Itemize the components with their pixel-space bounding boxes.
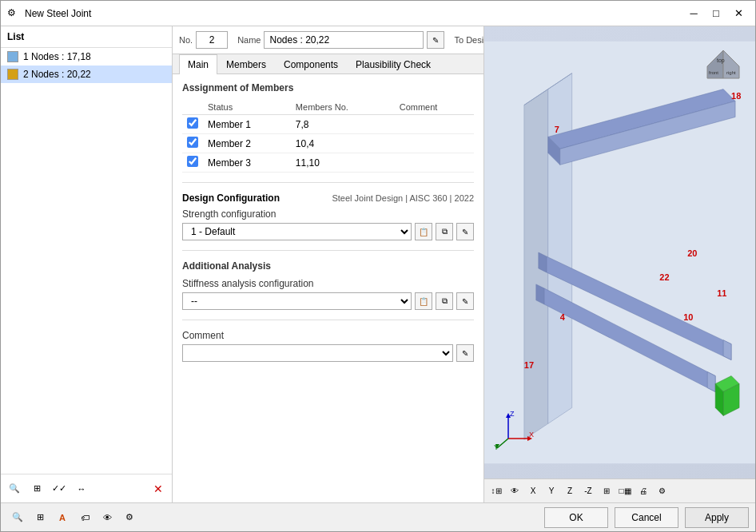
list-item-icon-1 [7,51,18,62]
member2-comment [395,134,474,153]
svg-text:18: 18 [731,91,741,101]
bottom-grid-btn[interactable]: ⊞ [30,507,50,528]
stiffness-copy-btn[interactable]: ⧉ [436,292,453,310]
no-label: No. [179,35,193,45]
name-field-group: Name ✎ [237,31,444,49]
bottom-search-btn[interactable]: 🔍 [7,507,28,528]
svg-text:17: 17 [524,360,534,370]
viewport-canvas[interactable]: 7 18 20 11 22 10 4 17 top fr [484,26,755,478]
comment-label: Comment [182,330,474,341]
svg-text:right: right [726,70,736,75]
stiffness-edit-btn[interactable]: ✎ [456,292,474,310]
bottom-label-btn[interactable]: 🏷 [74,507,95,528]
tab-bar: Main Members Components Plausibility Che… [173,54,483,74]
coordinate-system: Z X Y [492,407,532,447]
col-header-comment: Comment [395,100,474,115]
main-content: List 1 Nodes : 17,18 2 Nodes : 20,22 🔍 ⊞… [1,26,755,502]
strength-select[interactable]: 1 - Default [182,223,412,240]
svg-marker-2 [548,73,572,424]
stiffness-select[interactable]: -- [182,292,412,310]
tab-main[interactable]: Main [179,54,217,74]
tab-plausibility[interactable]: Plausibility Check [347,54,440,74]
svg-text:11: 11 [717,288,726,298]
vp-z-btn[interactable]: Z [561,482,579,500]
stiffness-select-row: -- 📋 ⧉ ✎ [182,292,474,310]
vp-view-btn[interactable]: ⊞ [598,482,615,500]
toolbar-settings-btn[interactable]: ↔ [71,478,92,499]
col-header-members-no: Members No. [291,100,395,115]
toolbar-add-btn[interactable]: ⊞ [26,478,47,499]
bottom-toolbar: 🔍 ⊞ A 🏷 👁 ⚙ [7,507,541,528]
vp-y-btn[interactable]: Y [543,482,560,500]
tab-members[interactable]: Members [217,54,275,74]
maximize-button[interactable]: □ [706,5,726,22]
assignment-table: Status Members No. Comment Member 1 7,8 [182,100,474,173]
svg-text:20: 20 [687,248,697,258]
name-label: Name [237,35,261,45]
member2-checkbox[interactable] [187,137,198,148]
strength-copy-btn[interactable]: ⧉ [436,223,453,240]
design-config-title: Design Configuration [182,193,280,204]
svg-text:Y: Y [494,443,499,451]
col-header-status-label: Status [203,100,291,115]
vp-eye-btn[interactable]: 👁 [506,482,523,500]
comment-edit-btn[interactable]: ✎ [456,344,474,362]
svg-text:X: X [529,431,534,439]
list-item-1[interactable]: 1 Nodes : 17,18 [1,48,172,66]
view-cube[interactable]: top front right [699,34,747,82]
apply-button[interactable]: Apply [685,507,749,528]
vp-x-btn[interactable]: X [524,482,542,500]
viewport: 7 18 20 11 22 10 4 17 top fr [483,26,755,502]
design-config-value: Steel Joint Design | AISC 360 | 2022 [332,193,474,203]
cancel-button[interactable]: Cancel [615,507,678,528]
member1-name: Member 1 [203,115,291,134]
member3-checkbox[interactable] [187,156,198,167]
tab-components[interactable]: Components [275,54,347,74]
svg-line-36 [497,439,508,448]
toolbar-delete-btn[interactable]: ✕ [148,478,169,499]
vp-select-btn[interactable]: ↕⊞ [487,482,505,500]
bottom-eye-btn[interactable]: 👁 [97,507,117,528]
vp-settings-btn[interactable]: ⚙ [653,482,670,500]
no-input[interactable] [196,31,228,49]
table-row: Member 2 10,4 [182,134,474,153]
additional-analysis-title: Additional Analysis [182,260,474,272]
member1-checkbox-cell [182,115,203,134]
comment-select[interactable] [182,344,453,362]
svg-text:10: 10 [683,312,693,322]
strength-new-btn[interactable]: 📋 [415,223,432,240]
svg-text:22: 22 [659,272,669,282]
assignment-title: Assignment of Members [182,82,474,93]
ok-button[interactable]: OK [544,507,608,528]
name-edit-btn[interactable]: ✎ [427,31,444,49]
bottom-filter-btn[interactable]: ⚙ [119,507,140,528]
member3-no: 11,10 [291,153,395,173]
member3-comment [395,153,474,173]
toolbar-search-btn[interactable]: 🔍 [4,478,25,499]
list-container: 1 Nodes : 17,18 2 Nodes : 20,22 [1,48,172,474]
bottom-text-btn[interactable]: A [52,507,73,528]
member2-no: 10,4 [291,134,395,153]
comment-section: Comment ✎ [182,330,474,362]
list-item-2[interactable]: 2 Nodes : 20,22 [1,66,172,83]
list-item-icon-2 [7,69,18,80]
member1-checkbox[interactable] [187,117,198,129]
header-row: No. Name ✎ To Design Assigned to Nodes N… [173,26,483,54]
member1-comment [395,115,474,134]
name-input[interactable] [264,31,424,49]
close-button[interactable]: ✕ [728,5,749,22]
vp-print-btn[interactable]: 🖨 [635,482,652,500]
table-row: Member 1 7,8 [182,115,474,134]
vp-render-btn[interactable]: □▦ [616,482,634,500]
strength-edit-btn[interactable]: ✎ [456,223,474,240]
svg-text:7: 7 [555,125,559,134]
stiffness-new-btn[interactable]: 📋 [415,292,432,310]
dialog-buttons: OK Cancel Apply [544,507,749,528]
toolbar-check-btn[interactable]: ✓✓ [49,478,70,499]
svg-text:front: front [709,70,718,75]
left-panel: List 1 Nodes : 17,18 2 Nodes : 20,22 🔍 ⊞… [1,26,173,502]
member1-no: 7,8 [291,115,395,134]
minimize-button[interactable]: ─ [683,5,704,22]
vp-nz-btn[interactable]: -Z [579,482,597,500]
viewport-toolbar: ↕⊞ 👁 X Y Z -Z ⊞ □▦ 🖨 ⚙ [484,478,755,502]
